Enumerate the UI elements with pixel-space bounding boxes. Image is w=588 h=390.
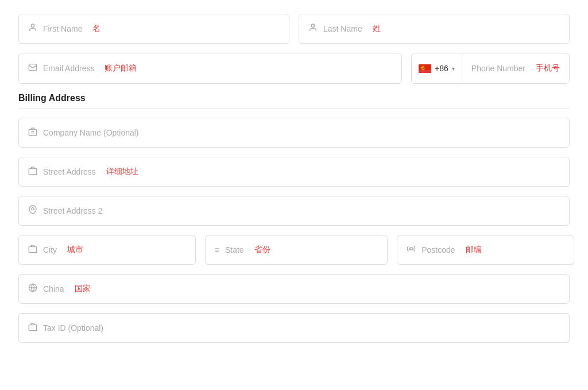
country-field[interactable]: China 国家 bbox=[18, 274, 570, 304]
person-icon bbox=[28, 23, 37, 34]
billing-section: Billing Address Company Name (Optional) bbox=[18, 93, 570, 343]
svg-rect-7 bbox=[29, 247, 36, 253]
first-name-value: 名 bbox=[92, 24, 100, 34]
street2-placeholder: Street Address 2 bbox=[43, 206, 103, 215]
phone-field[interactable]: ★ ★ ★ ★ ★ +86 ▾ Phone Number 手机号 bbox=[411, 53, 570, 84]
svg-rect-2 bbox=[29, 64, 36, 71]
country-value: 国家 bbox=[75, 284, 91, 294]
svg-rect-3 bbox=[29, 130, 36, 136]
postcode-field[interactable]: Postcode 邮编 bbox=[397, 235, 574, 265]
street-placeholder: Street Address bbox=[43, 167, 96, 176]
postcode-placeholder: Postcode bbox=[421, 245, 455, 254]
first-name-placeholder: First Name bbox=[43, 24, 82, 33]
street-row: Street Address 详细地址 bbox=[18, 157, 570, 187]
street-value: 详细地址 bbox=[106, 167, 138, 177]
street-icon bbox=[28, 166, 37, 177]
tax-id-field[interactable]: Tax ID (Optional) bbox=[18, 313, 570, 343]
first-name-field[interactable]: First Name 名 bbox=[18, 14, 289, 44]
country-row: China 国家 bbox=[18, 274, 570, 304]
last-name-placeholder: Last Name bbox=[323, 24, 362, 33]
city-placeholder: City bbox=[43, 245, 57, 254]
svg-point-8 bbox=[410, 248, 412, 250]
country-placeholder: China bbox=[43, 284, 64, 294]
svg-point-6 bbox=[32, 208, 34, 210]
location-icon bbox=[28, 205, 37, 217]
billing-title: Billing Address bbox=[18, 93, 570, 109]
company-row: Company Name (Optional) bbox=[18, 118, 570, 148]
phone-value: 手机号 bbox=[536, 63, 560, 74]
email-icon bbox=[28, 63, 37, 74]
name-row: First Name 名 Last Name 姓 bbox=[18, 14, 570, 44]
state-value: 省份 bbox=[254, 245, 270, 255]
postcode-icon bbox=[407, 244, 416, 256]
company-placeholder: Company Name (Optional) bbox=[43, 128, 139, 137]
tax-row: Tax ID (Optional) bbox=[18, 313, 570, 343]
china-flag: ★ ★ ★ ★ ★ bbox=[419, 64, 431, 73]
svg-rect-5 bbox=[29, 169, 36, 175]
svg-point-1 bbox=[311, 24, 314, 27]
street-address2-field[interactable]: Street Address 2 bbox=[18, 196, 570, 226]
email-field[interactable]: Email Address 账户邮箱 bbox=[18, 53, 402, 84]
email-phone-row: Email Address 账户邮箱 ★ ★ ★ ★ ★ +86 ▾ Phone… bbox=[18, 53, 570, 84]
city-state-postcode-row: City 城市 ≡ State 省份 Postcode 邮编 bbox=[18, 235, 570, 265]
svg-rect-10 bbox=[29, 325, 36, 331]
globe-icon bbox=[28, 283, 37, 295]
phone-number-area: Phone Number 手机号 bbox=[462, 63, 569, 74]
company-field[interactable]: Company Name (Optional) bbox=[18, 118, 570, 148]
phone-prefix-selector[interactable]: ★ ★ ★ ★ ★ +86 ▾ bbox=[412, 53, 462, 83]
city-value: 城市 bbox=[67, 245, 83, 255]
email-placeholder: Email Address bbox=[43, 64, 94, 73]
tax-id-placeholder: Tax ID (Optional) bbox=[43, 323, 103, 333]
city-field[interactable]: City 城市 bbox=[18, 235, 196, 265]
state-field[interactable]: ≡ State 省份 bbox=[205, 235, 388, 265]
last-name-value: 姓 bbox=[373, 24, 381, 34]
city-icon bbox=[28, 244, 37, 256]
country-code: +86 bbox=[435, 64, 448, 73]
dropdown-chevron-icon: ▾ bbox=[452, 65, 455, 72]
state-icon: ≡ bbox=[215, 245, 219, 254]
street-address-field[interactable]: Street Address 详细地址 bbox=[18, 157, 570, 187]
last-name-field[interactable]: Last Name 姓 bbox=[299, 14, 570, 44]
svg-point-0 bbox=[31, 24, 34, 27]
person-icon-2 bbox=[308, 23, 318, 34]
phone-placeholder: Phone Number bbox=[471, 64, 525, 73]
company-icon bbox=[28, 127, 37, 138]
state-placeholder: State bbox=[225, 245, 244, 254]
tax-icon bbox=[28, 322, 37, 334]
street2-row: Street Address 2 bbox=[18, 196, 570, 226]
postcode-value: 邮编 bbox=[466, 245, 482, 255]
email-value: 账户邮箱 bbox=[105, 63, 137, 74]
